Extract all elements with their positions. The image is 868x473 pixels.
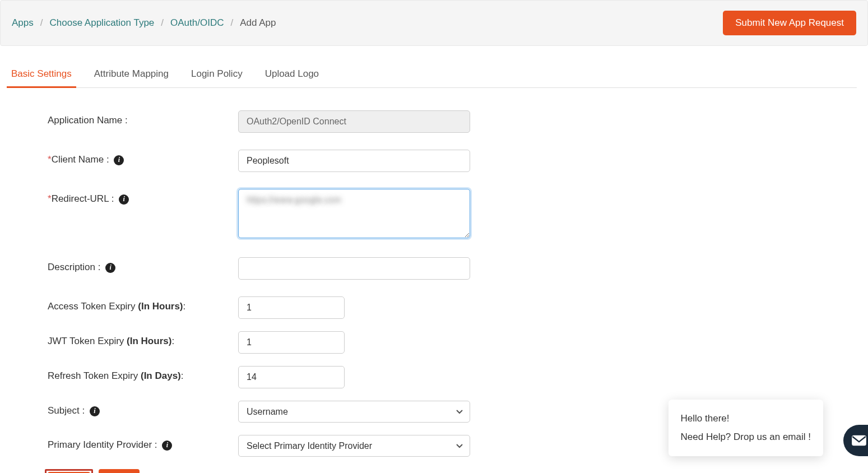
button-row: Save Next <box>45 469 516 473</box>
next-button[interactable]: Next <box>99 469 140 473</box>
input-refresh-token-expiry[interactable] <box>238 366 345 388</box>
mail-icon <box>851 434 867 447</box>
tab-attribute-mapping[interactable]: Attribute Mapping <box>94 63 169 87</box>
tabs: Basic Settings Attribute Mapping Login P… <box>11 63 857 88</box>
textarea-redirect-url[interactable] <box>238 189 470 238</box>
input-application-name <box>238 110 470 133</box>
info-icon[interactable]: i <box>105 263 115 273</box>
info-icon[interactable]: i <box>162 440 172 451</box>
breadcrumb-separator: / <box>230 17 233 29</box>
tab-upload-logo[interactable]: Upload Logo <box>265 63 319 87</box>
save-button-highlight: Save <box>45 469 93 473</box>
input-access-token-expiry[interactable] <box>238 296 345 319</box>
breadcrumb-separator: / <box>40 17 43 29</box>
form-basic-settings: Application Name : *Client Name : i *Red… <box>11 110 516 473</box>
select-subject[interactable]: Username <box>238 401 470 423</box>
label-application-name: Application Name : <box>48 110 238 126</box>
label-redirect-url: *Redirect-URL : i <box>48 189 238 205</box>
breadcrumb-bar: Apps / Choose Application Type / OAuth/O… <box>0 0 868 46</box>
breadcrumb-link-oauth[interactable]: OAuth/OIDC <box>170 17 224 29</box>
label-access-token-expiry: Access Token Expiry (In Hours): <box>48 296 238 312</box>
breadcrumb-link-choose-app-type[interactable]: Choose Application Type <box>49 17 154 29</box>
info-icon[interactable]: i <box>119 194 129 205</box>
chat-help-text: Need Help? Drop us an email ! <box>681 428 811 446</box>
label-client-name: *Client Name : i <box>48 150 238 165</box>
svg-rect-0 <box>852 435 866 446</box>
chat-popup: Hello there! Need Help? Drop us an email… <box>669 400 823 456</box>
tab-basic-settings[interactable]: Basic Settings <box>11 63 72 87</box>
input-jwt-token-expiry[interactable] <box>238 331 345 354</box>
breadcrumb-link-apps[interactable]: Apps <box>12 17 34 29</box>
info-icon[interactable]: i <box>90 406 100 416</box>
breadcrumb-separator: / <box>161 17 164 29</box>
breadcrumb: Apps / Choose Application Type / OAuth/O… <box>12 17 276 29</box>
label-description: Description : i <box>48 257 238 273</box>
label-subject: Subject : i <box>48 401 238 416</box>
label-jwt-token-expiry: JWT Token Expiry (In Hours): <box>48 331 238 347</box>
label-refresh-token-expiry: Refresh Token Expiry (In Days): <box>48 366 238 382</box>
chat-greeting: Hello there! <box>681 410 811 428</box>
tab-login-policy[interactable]: Login Policy <box>191 63 243 87</box>
input-client-name[interactable] <box>238 150 470 172</box>
input-description[interactable] <box>238 257 470 280</box>
label-primary-idp: Primary Identity Provider : i <box>48 435 238 451</box>
info-icon[interactable]: i <box>114 155 124 165</box>
select-primary-idp[interactable]: Select Primary Identity Provider <box>238 435 470 457</box>
breadcrumb-current: Add App <box>240 17 276 29</box>
submit-new-app-request-button[interactable]: Submit New App Request <box>723 11 856 35</box>
